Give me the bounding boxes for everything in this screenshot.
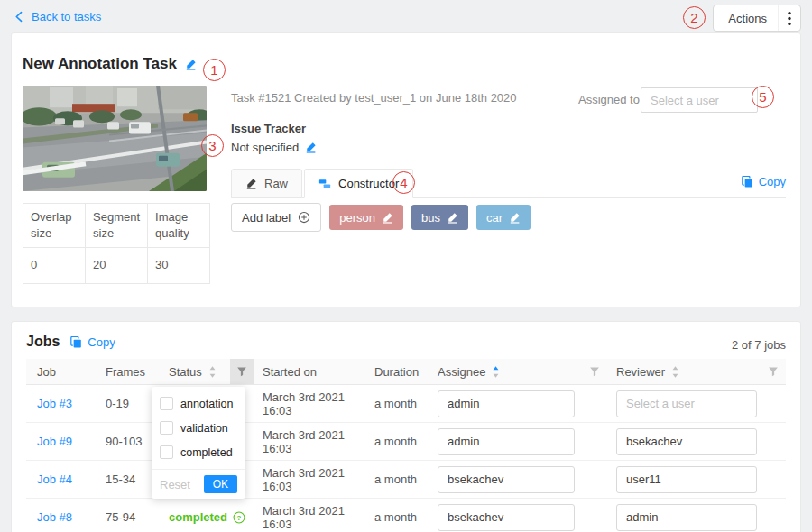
reviewer-input[interactable] — [616, 390, 757, 417]
started-cell: March 3rd 2021 16:03 — [259, 390, 371, 417]
assignee-sort-icon[interactable] — [492, 365, 500, 379]
back-chevron-icon — [14, 11, 25, 23]
filter-option-annotation[interactable]: annotation — [152, 391, 245, 416]
column-reviewer-label: Reviewer — [616, 365, 665, 379]
tab-constructor-label: Constructor — [338, 177, 399, 190]
filter-option-validation-label: validation — [180, 422, 228, 435]
label-tag-person[interactable]: person — [329, 205, 403, 230]
started-cell: March 3rd 2021 16:03 — [259, 504, 371, 531]
back-to-tasks-link[interactable]: Back to tasks — [14, 10, 101, 23]
copy-icon — [742, 176, 753, 188]
edit-label-car-icon[interactable] — [509, 212, 521, 224]
edit-label-person-icon[interactable] — [382, 212, 393, 224]
annotation-marker-5: 5 — [752, 86, 774, 108]
jobs-table-header: Job Frames Status Started on Duration As… — [26, 359, 786, 385]
actions-button[interactable]: Actions — [713, 5, 801, 32]
copy-label: Copy — [759, 175, 786, 188]
reviewer-input[interactable] — [616, 466, 757, 493]
column-status[interactable]: Status — [165, 359, 226, 384]
reviewer-sort-icon[interactable] — [671, 365, 679, 379]
status-filter-dropdown: annotation validation completed Reset OK — [152, 387, 245, 499]
issue-tracker-value: Not specified — [231, 141, 299, 154]
column-frames: Frames — [102, 359, 165, 384]
duration-cell: a month — [371, 435, 432, 448]
filter-option-completed-label: completed — [180, 446, 233, 459]
column-duration: Duration — [371, 359, 432, 384]
job-link[interactable]: Job #4 — [26, 472, 102, 486]
tab-raw-label: Raw — [264, 177, 288, 190]
column-started-on: Started on — [259, 359, 371, 384]
annotation-marker-3: 3 — [201, 134, 224, 157]
reviewer-filter-icon[interactable] — [768, 366, 779, 377]
column-status-label: Status — [169, 365, 202, 379]
copy-jobs-link[interactable]: Copy — [70, 335, 115, 349]
edit-issue-tracker-icon[interactable] — [305, 142, 317, 153]
raw-edit-icon — [245, 178, 257, 189]
assignee-input[interactable] — [438, 504, 575, 531]
status-sort-icon[interactable] — [208, 365, 217, 379]
assigned-to-label: Assigned to — [578, 93, 640, 106]
jobs-card: Jobs Copy 2 of 7 jobs Job Frames Status … — [11, 321, 801, 532]
column-assignee-label: Assignee — [438, 365, 485, 379]
task-parameters-table: Overlap size Segment size Image quality … — [23, 203, 210, 284]
status-completed-text: completed — [169, 510, 227, 524]
copy-jobs-label: Copy — [88, 335, 115, 349]
label-car-text: car — [486, 211, 503, 225]
image-quality-header: Image quality — [148, 204, 210, 248]
add-label-button[interactable]: Add label — [231, 203, 321, 232]
column-job: Job — [26, 359, 102, 384]
copy-icon — [70, 336, 82, 348]
job-link[interactable]: Job #9 — [26, 435, 102, 448]
edit-task-name-icon[interactable] — [185, 59, 197, 70]
jobs-title: Jobs — [26, 334, 60, 350]
started-cell: March 3rd 2021 16:03 — [259, 466, 371, 493]
labels-tabs-bar: Raw Constructor Copy — [231, 169, 786, 198]
jobs-count: 2 of 7 jobs — [732, 338, 786, 352]
assignee-input[interactable] — [438, 390, 575, 417]
constructor-blocks-icon — [318, 178, 331, 190]
duration-cell: a month — [371, 510, 432, 524]
job-link[interactable]: Job #3 — [26, 397, 102, 410]
edit-label-bus-icon[interactable] — [447, 212, 458, 224]
status-cell: completed ? — [165, 510, 226, 524]
filter-option-completed[interactable]: completed — [152, 440, 245, 464]
job-link[interactable]: Job #8 — [26, 510, 102, 524]
checkbox-validation[interactable] — [160, 421, 173, 435]
overlap-size-header: Overlap size — [23, 204, 86, 248]
annotation-marker-1: 1 — [203, 59, 226, 81]
frames-cell: 75-94 — [102, 510, 165, 524]
column-assignee[interactable]: Assignee — [432, 359, 607, 384]
filter-reset-button[interactable]: Reset — [160, 478, 190, 491]
task-details-card: New Annotation Task — [11, 32, 801, 307]
filter-option-validation[interactable]: validation — [152, 416, 245, 440]
checkbox-annotation[interactable] — [160, 397, 173, 410]
copy-labels-link[interactable]: Copy — [742, 175, 786, 188]
question-circle-icon[interactable]: ? — [233, 511, 245, 524]
status-filter-icon[interactable] — [236, 366, 247, 377]
reviewer-input[interactable] — [616, 504, 757, 531]
filter-ok-button[interactable]: OK — [204, 475, 237, 493]
svg-text:?: ? — [237, 513, 242, 521]
assignee-filter-icon[interactable] — [589, 366, 600, 377]
checkbox-completed[interactable] — [160, 445, 173, 459]
table-row: Job #8 75-94 completed ? March 3rd 2021 … — [26, 499, 786, 532]
overlap-size-value: 0 — [23, 248, 86, 283]
column-reviewer[interactable]: Reviewer — [607, 359, 786, 384]
task-assignee-select[interactable] — [641, 87, 758, 113]
label-tag-bus[interactable]: bus — [411, 205, 468, 230]
task-preview-image — [23, 86, 207, 191]
label-person-text: person — [339, 211, 375, 225]
label-bus-text: bus — [421, 211, 440, 225]
more-vertical-icon[interactable] — [778, 5, 800, 31]
table-row: Job #4 15-34 March 3rd 2021 16:03 a mont… — [26, 461, 786, 499]
label-tag-car[interactable]: car — [476, 205, 531, 230]
assignee-input[interactable] — [438, 428, 575, 455]
tab-raw[interactable]: Raw — [231, 169, 302, 198]
status-filter-cell[interactable] — [226, 359, 259, 384]
assignee-input[interactable] — [438, 466, 575, 493]
annotation-marker-4: 4 — [392, 171, 415, 194]
task-title: New Annotation Task — [23, 55, 177, 73]
segment-size-header: Segment size — [86, 204, 148, 248]
add-label-text: Add label — [242, 211, 291, 225]
reviewer-input[interactable] — [616, 428, 757, 455]
